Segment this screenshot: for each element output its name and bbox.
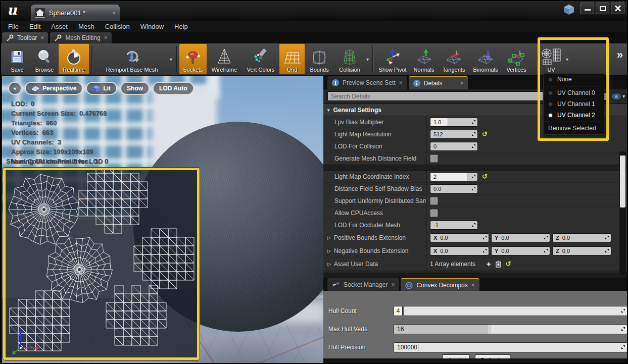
asset-tab-sphere001[interactable]: Sphere001 * × bbox=[30, 4, 120, 21]
menu-item-uv-channel-1[interactable]: UV Channel 1 bbox=[544, 98, 604, 110]
drag-handle-icon bbox=[471, 186, 476, 191]
generate-mesh-distance-field-checkbox[interactable] bbox=[430, 154, 438, 163]
light-map-coordinate-index-input[interactable]: 2 bbox=[430, 172, 478, 181]
negative-bounds-y-input[interactable]: Y0.0 bbox=[491, 246, 550, 255]
menu-item-none[interactable]: None bbox=[544, 74, 604, 85]
add-element-icon[interactable]: + bbox=[487, 259, 491, 268]
menu-asset[interactable]: Asset bbox=[51, 23, 68, 30]
close-icon[interactable]: × bbox=[40, 34, 44, 41]
close-icon[interactable]: × bbox=[460, 80, 463, 87]
save-button[interactable]: Save bbox=[4, 44, 30, 74]
vert-colors-button[interactable]: Vert Colors bbox=[242, 44, 279, 74]
realtime-button[interactable]: Realtime bbox=[59, 44, 89, 74]
browse-button[interactable]: Browse bbox=[30, 44, 59, 74]
grid-button[interactable]: Grid bbox=[279, 44, 305, 74]
reset-icon[interactable]: ↺ bbox=[482, 130, 488, 138]
lpv-bias-multiplier-input[interactable]: 1.0 bbox=[430, 118, 478, 127]
positive-bounds-y-input[interactable]: Y0.0 bbox=[491, 233, 550, 242]
positive-bounds-z-input[interactable]: Z0.0 bbox=[552, 233, 611, 242]
minimize-button[interactable] bbox=[581, 3, 594, 14]
tab-convex-decomposition[interactable]: Convex Decompos × bbox=[401, 278, 479, 291]
grid-icon bbox=[283, 47, 301, 67]
normals-button[interactable]: Normals bbox=[409, 44, 439, 74]
tab-mesh-editing[interactable]: Mesh Editing × bbox=[50, 32, 111, 43]
chevron-down-icon[interactable]: ▾ bbox=[170, 57, 172, 62]
reset-icon[interactable]: ↺ bbox=[506, 260, 511, 268]
allow-cpuaccess-checkbox[interactable] bbox=[430, 209, 438, 217]
menu-item-uv-channel-0[interactable]: UV Channel 0 bbox=[544, 87, 604, 98]
vertices-button[interactable]: Vertices bbox=[502, 44, 530, 74]
collapsed-arrow-icon[interactable]: ▷ bbox=[327, 248, 331, 253]
row-positive-bounds-extension: ▷ Positive Bounds Extension X0.0 Y0.0 Z0… bbox=[323, 231, 628, 244]
lod-for-occluder-mesh-input[interactable]: -1 bbox=[430, 221, 478, 230]
collision-button[interactable]: Collision bbox=[334, 44, 365, 74]
menu-item-remove-selected[interactable]: Remove Selected bbox=[544, 122, 604, 134]
details-scrollbar[interactable] bbox=[619, 151, 626, 275]
lit-cube-icon bbox=[92, 85, 100, 92]
reset-icon[interactable]: ↺ bbox=[482, 173, 488, 180]
close-icon[interactable]: × bbox=[391, 281, 395, 288]
row-negative-bounds-extension: ▷ Negative Bounds Extension X0.0 Y0.0 Z0… bbox=[323, 244, 628, 257]
stat-lod: LOD: 0 bbox=[11, 99, 107, 109]
reimport-base-mesh-button[interactable]: Reimport Base Mesh bbox=[95, 44, 169, 74]
negative-bounds-z-input[interactable]: Z0.0 bbox=[552, 246, 611, 255]
viewport-options-button[interactable]: ▾ bbox=[8, 82, 22, 95]
wireframe-button[interactable]: Wireframe bbox=[207, 44, 242, 74]
menu-mesh[interactable]: Mesh bbox=[78, 23, 94, 30]
info-icon bbox=[413, 80, 420, 87]
tab-toolbar-label: Toolbar bbox=[17, 34, 37, 41]
menu-file[interactable]: File bbox=[8, 23, 19, 30]
view-options-button[interactable]: ▾ bbox=[612, 93, 625, 99]
light-map-resolution-input[interactable]: 512 bbox=[430, 130, 478, 139]
binormals-button[interactable]: Binormals bbox=[469, 44, 502, 74]
unreal-logo-icon: u bbox=[7, 2, 17, 18]
show-pivot-button[interactable]: Show Pivot bbox=[376, 44, 409, 74]
distance-field-self-shadow-bias-input[interactable]: 0.0 bbox=[430, 184, 478, 193]
uv-button[interactable]: UV bbox=[538, 44, 565, 74]
tab-toolbar[interactable]: Toolbar × bbox=[2, 32, 48, 43]
close-icon[interactable]: × bbox=[399, 79, 403, 86]
menu-item-uv-channel-2[interactable]: UV Channel 2 bbox=[544, 110, 604, 121]
chevron-down-icon[interactable]: ▾ bbox=[566, 57, 568, 62]
normals-icon bbox=[415, 47, 433, 67]
radio-icon bbox=[548, 91, 553, 95]
chevron-down-icon[interactable]: ▾ bbox=[366, 57, 369, 62]
lod-for-collision-input[interactable]: 0 bbox=[430, 142, 478, 151]
info-icon bbox=[332, 79, 339, 86]
maximize-button[interactable] bbox=[596, 3, 609, 14]
dock-tab-strip: Toolbar × Mesh Editing × bbox=[1, 32, 627, 43]
binormals-icon bbox=[476, 47, 495, 67]
negative-bounds-x-input[interactable]: X0.0 bbox=[430, 246, 489, 255]
collapsed-arrow-icon[interactable]: ▷ bbox=[327, 235, 331, 240]
scrollbar-thumb[interactable] bbox=[620, 155, 625, 207]
hull-precision-input[interactable]: 100000 bbox=[394, 342, 627, 352]
lod-auto-button[interactable]: LOD Auto bbox=[153, 82, 194, 95]
support-uniformly-distributed-checkbox[interactable] bbox=[430, 197, 438, 205]
toolbar-overflow-button[interactable]: » bbox=[617, 48, 623, 62]
close-icon[interactable]: × bbox=[112, 10, 116, 17]
menu-edit[interactable]: Edit bbox=[29, 23, 40, 30]
close-icon[interactable]: × bbox=[104, 34, 108, 41]
bounds-button[interactable]: Bounds bbox=[305, 44, 334, 74]
trash-icon[interactable] bbox=[495, 260, 502, 268]
viewport[interactable]: ▾ Perspective Lit Show LOD Auto LOD: 0 C… bbox=[2, 76, 323, 364]
close-button[interactable] bbox=[611, 3, 624, 14]
lit-button[interactable]: Lit bbox=[86, 82, 117, 95]
positive-bounds-x-input[interactable]: X0.0 bbox=[430, 233, 489, 242]
tangents-button[interactable]: Tangents bbox=[439, 44, 469, 74]
drag-handle-icon bbox=[621, 345, 625, 349]
menu-help[interactable]: Help bbox=[174, 23, 188, 30]
close-icon[interactable]: × bbox=[471, 282, 475, 289]
sockets-button[interactable]: Sockets bbox=[179, 44, 207, 74]
collapsed-arrow-icon[interactable]: ▷ bbox=[327, 262, 331, 267]
show-button[interactable]: Show bbox=[120, 82, 150, 95]
perspective-button[interactable]: Perspective bbox=[25, 82, 83, 95]
hull-count-value[interactable]: 4 bbox=[394, 306, 403, 316]
tab-preview-scene-settings[interactable]: Preview Scene Sett × bbox=[327, 76, 407, 89]
hull-count-slider[interactable] bbox=[404, 306, 627, 316]
tab-socket-manager[interactable]: Socket Manager × bbox=[327, 278, 399, 291]
menu-window[interactable]: Window bbox=[140, 23, 164, 30]
tab-details[interactable]: Details × bbox=[409, 76, 468, 89]
max-hull-verts-slider[interactable]: 16 bbox=[394, 324, 627, 334]
menu-collision[interactable]: Collision bbox=[105, 23, 130, 30]
